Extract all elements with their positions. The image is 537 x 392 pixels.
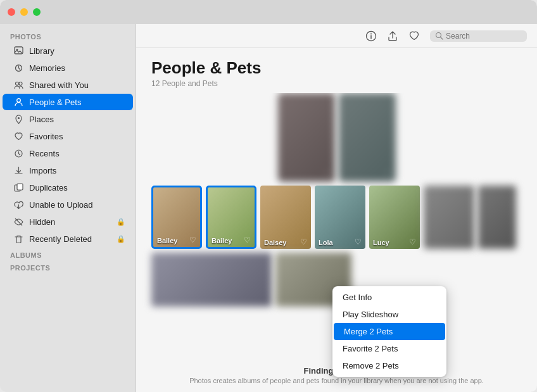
sidebar-item-favorites[interactable]: Favorites [3,128,133,144]
photo-bailey-2[interactable]: Bailey ♡ [206,186,256,249]
favorites-label: Favorites [29,132,125,141]
recently-deleted-label: Recently Deleted [29,234,111,244]
people-pets-label: People & Pets [29,98,125,107]
hidden-label: Hidden [29,217,111,227]
pets-row: Bailey ♡ Bailey ♡ Daisey ♡ Lola ♡ [151,186,522,249]
close-button[interactable] [8,8,15,16]
heart-btn-bailey-2[interactable]: ♡ [244,236,251,244]
recently-deleted-icon [13,233,24,244]
svg-point-3 [15,82,18,85]
people-pets-icon [13,96,24,108]
imports-icon [13,165,24,176]
context-menu-play-slideshow[interactable]: Play Slideshow [332,306,446,323]
daisey-label: Daisey [264,239,286,246]
svg-point-4 [19,82,22,85]
sidebar-section-albums: Albums [0,248,136,260]
context-menu: Get Info Play Slideshow Merge 2 Pets Fav… [332,286,446,377]
sidebar-section-projects: Projects [0,260,136,273]
heart-btn-bailey-1[interactable]: ♡ [189,236,196,244]
sidebar-item-library[interactable]: Library [3,42,133,59]
imports-label: Imports [29,166,125,175]
library-label: Library [29,46,125,56]
photo-daisey[interactable]: Daisey ♡ [260,186,311,249]
unable-upload-icon [13,199,24,210]
recents-label: Recents [29,149,125,158]
memories-label: Memories [29,63,125,73]
shared-icon [13,79,24,91]
app-body: Photos Library Memories Shared with You [0,24,537,392]
search-input[interactable] [446,32,522,41]
library-icon [13,45,24,56]
page-header: People & Pets 12 People and Pets [136,48,537,93]
bailey-2-label: Bailey [212,237,232,244]
info-icon[interactable] [365,30,377,42]
svg-point-13 [370,33,372,34]
unable-upload-label: Unable to Upload [29,200,125,210]
sidebar-item-shared[interactable]: Shared with You [3,77,133,93]
sidebar-item-hidden[interactable]: Hidden 🔒 [3,213,133,230]
shared-label: Shared with You [29,80,125,90]
finding-people-description: Photos creates albums of people and pets… [144,377,529,384]
lola-label: Lola [319,239,333,246]
page-title: People & Pets [151,58,522,78]
context-menu-merge-2-pets[interactable]: Merge 2 Pets [334,323,445,340]
share-icon[interactable] [387,30,398,42]
hidden-lock-icon: 🔒 [117,218,125,226]
sidebar-item-duplicates[interactable]: Duplicates [3,179,133,196]
duplicates-icon [13,182,24,193]
sidebar-item-imports[interactable]: Imports [3,162,133,179]
bailey-1-label: Bailey [157,237,177,244]
heart-btn-daisey[interactable]: ♡ [300,237,307,246]
photo-grid: ♡ ♡ Bailey ♡ Bailey ♡ [136,93,537,392]
heart-icon[interactable] [408,30,420,42]
heart-btn-lucy[interactable]: ♡ [409,237,416,246]
svg-point-6 [18,117,20,119]
svg-line-10 [15,218,22,225]
sidebar-item-recently-deleted[interactable]: Recently Deleted 🔒 [3,231,133,247]
context-menu-remove-2-pets[interactable]: Remove 2 Pets [332,357,446,374]
sidebar-item-unable-upload[interactable]: Unable to Upload [3,196,133,213]
photo-bailey-1[interactable]: Bailey ♡ [151,186,202,249]
heart-btn-p2[interactable]: ♡ [385,170,392,179]
context-menu-favorite-2-pets[interactable]: Favorite 2 Pets [332,340,446,357]
context-menu-get-info[interactable]: Get Info [332,289,446,306]
search-bar[interactable] [430,30,527,42]
svg-line-15 [441,37,443,40]
heart-btn-lola[interactable]: ♡ [355,237,362,246]
page-subtitle: 12 People and Pets [151,79,522,88]
photo-person-2[interactable]: ♡ [339,93,396,182]
svg-point-5 [16,98,20,102]
main-content: People & Pets 12 People and Pets ♡ ♡ Bai… [136,24,537,392]
photo-person-1[interactable]: ♡ [278,93,335,182]
maximize-button[interactable] [33,8,41,16]
photo-lola[interactable]: Lola ♡ [315,186,365,249]
sidebar-item-memories[interactable]: Memories [3,60,133,76]
photo-unknown-2[interactable] [478,186,516,249]
favorites-icon [13,130,24,142]
toolbar [136,24,537,48]
photo-r3-1[interactable] [151,253,272,307]
recents-icon [13,148,24,159]
places-label: Places [29,115,125,124]
sidebar: Photos Library Memories Shared with You [0,24,136,392]
lucy-label: Lucy [373,239,389,246]
heart-btn-p1[interactable]: ♡ [324,170,331,179]
photo-unknown-1[interactable] [424,186,474,249]
photo-lucy[interactable]: Lucy ♡ [369,186,420,249]
memories-icon [13,62,24,73]
sidebar-item-recents[interactable]: Recents [3,145,133,161]
places-icon [13,113,24,125]
sidebar-item-places[interactable]: Places [3,111,133,127]
minimize-button[interactable] [20,8,28,16]
recently-deleted-lock-icon: 🔒 [117,235,125,243]
svg-rect-9 [17,184,23,190]
hidden-icon [13,216,24,227]
sidebar-section-photos: Photos [0,29,136,42]
duplicates-label: Duplicates [29,183,125,193]
sidebar-item-people-pets[interactable]: People & Pets [3,94,133,110]
titlebar [0,0,537,24]
